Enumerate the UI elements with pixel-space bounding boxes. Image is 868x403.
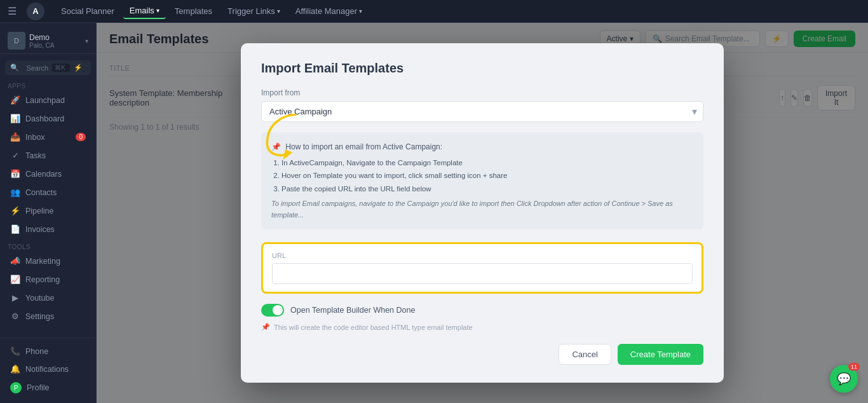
hamburger-icon[interactable]: ☰ [8, 5, 17, 17]
pin-icon: 📌 [271, 142, 281, 151]
main-layout: D Demo Palo, CA ▾ 🔍 Search ⌘K ⚡ Apps 🚀 L… [0, 23, 868, 403]
instruction-step-1: In ActiveCampaign, Navigate to the Campa… [281, 157, 693, 168]
marketing-icon: 📣 [10, 256, 20, 266]
app-logo: A [27, 3, 44, 20]
url-label: URL [272, 252, 693, 259]
youtube-icon: ▶ [10, 293, 20, 303]
import-from-label: Import from [261, 88, 703, 97]
nav-trigger-links[interactable]: Trigger Links ▾ [221, 4, 287, 18]
chevron-down-icon: ▾ [277, 8, 280, 15]
info-pin-icon: 📌 [261, 323, 270, 331]
content-area: Email Templates Active ▾ 🔍 Search Email … [97, 23, 868, 403]
sidebar-item-calendars[interactable]: 📅 Calendars [3, 165, 93, 182]
search-shortcut: ⌘K [52, 64, 69, 72]
search-icon: 🔍 [10, 64, 22, 72]
toggle-row: Open Template Builder When Done [261, 304, 703, 317]
workspace-avatar: D [8, 32, 25, 50]
nav-items: Social Planner Emails ▾ Templates Trigge… [55, 3, 860, 19]
instructions-italic: To import Email campaigns, navigate to t… [271, 198, 693, 221]
calendars-icon: 📅 [10, 169, 20, 179]
info-text: This will create the code editor based H… [274, 324, 473, 331]
modal-footer: Cancel Create Template [261, 344, 703, 365]
nav-social-planner[interactable]: Social Planner [55, 4, 121, 18]
instruction-step-3: Paste the copied URL into the URL field … [281, 183, 693, 195]
notifications-icon: 🔔 [10, 364, 20, 374]
nav-affiliate-manager[interactable]: Affiliate Manager ▾ [289, 4, 369, 18]
contacts-icon: 👥 [10, 188, 20, 197]
sidebar-item-youtube[interactable]: ▶ Youtube [3, 289, 93, 306]
invoices-icon: 📄 [10, 224, 20, 234]
sidebar-item-invoices[interactable]: 📄 Invoices [3, 221, 93, 238]
pipeline-icon: ⚡ [10, 206, 20, 215]
sidebar-item-contacts[interactable]: 👥 Contacts [3, 184, 93, 201]
chat-icon: 💬 [837, 372, 851, 386]
template-builder-toggle[interactable] [261, 304, 284, 317]
chevron-down-icon: ▾ [85, 38, 88, 44]
import-from-select-wrapper: Active Campaign Mailchimp Klaviyo ▾ [261, 101, 703, 122]
nav-templates[interactable]: Templates [168, 4, 219, 18]
settings-icon: ⚙ [10, 311, 20, 321]
top-navigation: ☰ A Social Planner Emails ▾ Templates Tr… [0, 0, 868, 23]
nav-emails[interactable]: Emails ▾ [123, 3, 166, 19]
sidebar-search[interactable]: 🔍 Search ⌘K ⚡ [5, 60, 91, 75]
inbox-icon: 📥 [10, 132, 20, 142]
modal-title: Import Email Templates [261, 61, 703, 76]
chevron-down-icon: ▾ [156, 7, 159, 14]
profile-icon: P [10, 382, 22, 393]
toggle-label: Open Template Builder When Done [290, 306, 415, 315]
tools-section-label: Tools [0, 238, 96, 252]
phone-icon: 📞 [10, 346, 20, 356]
chat-badge: 11 [848, 363, 860, 371]
sidebar-item-marketing[interactable]: 📣 Marketing [3, 252, 93, 270]
sidebar-item-notifications[interactable]: 🔔 Notifications [3, 360, 93, 378]
instructions-list: In ActiveCampaign, Navigate to the Campa… [281, 157, 693, 195]
inbox-badge: 0 [76, 133, 86, 141]
sidebar-item-launchpad[interactable]: 🚀 Launchpad [3, 92, 93, 109]
cancel-button[interactable]: Cancel [559, 344, 611, 365]
url-section: URL [261, 242, 703, 294]
sidebar-item-dashboard[interactable]: 📊 Dashboard [3, 110, 93, 127]
create-template-button[interactable]: Create Template [618, 344, 703, 365]
dashboard-icon: 📊 [10, 114, 20, 123]
import-email-modal: Import Email Templates Import from Activ… [241, 43, 724, 383]
sidebar-item-profile[interactable]: P Profile [3, 378, 93, 397]
import-from-select[interactable]: Active Campaign Mailchimp Klaviyo [261, 101, 703, 122]
sidebar-item-inbox[interactable]: 📥 Inbox 0 [3, 128, 93, 146]
workspace-name: Demo Palo, CA [29, 33, 81, 49]
modal-overlay: Import Email Templates Import from Activ… [97, 23, 868, 403]
instruction-step-2: Hover on Template you want to import, cl… [281, 170, 693, 181]
instructions-box: 📌 How to import an email from Active Cam… [261, 132, 703, 230]
sidebar-bottom: 📞 Phone 🔔 Notifications P Profile [0, 338, 96, 398]
chevron-down-icon: ▾ [359, 8, 362, 15]
sidebar-item-pipeline[interactable]: ⚡ Pipeline [3, 202, 93, 219]
launchpad-icon: 🚀 [10, 95, 20, 105]
sidebar-item-phone[interactable]: 📞 Phone [3, 343, 93, 360]
sidebar: D Demo Palo, CA ▾ 🔍 Search ⌘K ⚡ Apps 🚀 L… [0, 23, 97, 403]
sidebar-item-settings[interactable]: ⚙ Settings [3, 308, 93, 325]
chat-bubble[interactable]: 💬 11 [830, 365, 858, 393]
workspace-selector[interactable]: D Demo Palo, CA ▾ [0, 28, 96, 54]
apps-section-label: Apps [0, 78, 96, 91]
url-input[interactable] [272, 263, 693, 284]
reporting-icon: 📈 [10, 275, 20, 284]
lightning-icon: ⚡ [74, 64, 86, 72]
tasks-icon: ✓ [10, 151, 20, 160]
info-row: 📌 This will create the code editor based… [261, 323, 703, 331]
sidebar-item-tasks[interactable]: ✓ Tasks [3, 147, 93, 164]
sidebar-item-reporting[interactable]: 📈 Reporting [3, 271, 93, 288]
